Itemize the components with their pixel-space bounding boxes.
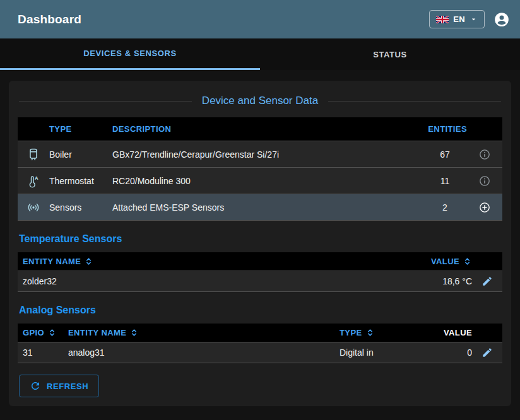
thermostat-icon: A	[18, 174, 49, 188]
language-selector[interactable]: EN	[429, 10, 485, 28]
tab-devices-sensors[interactable]: DEVICES & SENSORS	[0, 38, 260, 70]
boiler-icon	[18, 148, 49, 161]
col-analog-value: VALUE	[422, 328, 472, 337]
dashboard-card: Device and Sensor Data TYPE DESCRIPTION …	[9, 81, 511, 406]
info-icon[interactable]	[477, 147, 492, 162]
sort-icon	[47, 328, 57, 337]
device-description: Attached EMS-ESP Sensors	[112, 202, 423, 213]
add-circle-icon[interactable]	[477, 200, 492, 215]
device-description: GBx72/Trendline/Cerapur/Greenstar Si/27i	[112, 149, 423, 160]
edit-icon[interactable]	[480, 274, 494, 288]
device-type: Boiler	[49, 149, 112, 160]
divider	[328, 101, 501, 102]
refresh-icon	[30, 380, 41, 392]
info-icon[interactable]	[477, 173, 492, 189]
col-gpio[interactable]: GPIO	[18, 328, 68, 337]
temperature-sensors-table: ENTITY NAME VALUE zolder32 18,6 °C	[18, 252, 502, 292]
col-description: DESCRIPTION	[112, 124, 423, 134]
divider	[19, 101, 192, 102]
svg-text:A: A	[35, 175, 38, 180]
card-title-row: Device and Sensor Data	[19, 95, 501, 107]
device-entities-count: 2	[423, 202, 467, 213]
device-description: RC20/Moduline 300	[112, 176, 423, 186]
chevron-down-icon	[470, 15, 478, 23]
analog-sensors-heading: Analog Sensors	[19, 305, 501, 316]
sensor-gpio: 31	[18, 347, 68, 358]
analog-table-header: GPIO ENTITY NAME TYPE	[18, 324, 502, 342]
sensor-type: Digital in	[340, 347, 422, 358]
col-entity-name[interactable]: ENTITY NAME	[68, 328, 340, 337]
sensors-icon	[18, 201, 49, 214]
sensor-entity-name: zolder32	[18, 276, 403, 286]
device-row-thermostat[interactable]: A Thermostat RC20/Moduline 300 11	[18, 168, 502, 194]
sensor-value: 0	[422, 347, 472, 358]
col-entity-name[interactable]: ENTITY NAME	[18, 257, 403, 266]
col-value[interactable]: VALUE	[403, 257, 472, 266]
device-type: Sensors	[49, 202, 112, 213]
tab-bar: DEVICES & SENSORS STATUS	[0, 38, 520, 70]
temperature-sensors-heading: Temperature Sensors	[19, 233, 501, 245]
temperature-table-header: ENTITY NAME VALUE	[18, 252, 502, 271]
device-row-sensors[interactable]: Sensors Attached EMS-ESP Sensors 2	[18, 194, 502, 221]
page-title: Dashboard	[18, 13, 81, 26]
sort-icon	[463, 257, 472, 266]
edit-icon[interactable]	[480, 346, 494, 359]
analog-sensor-row: 31 analog31 Digital in 0	[18, 342, 502, 363]
device-row-boiler[interactable]: Boiler GBx72/Trendline/Cerapur/Greenstar…	[18, 141, 502, 168]
language-label: EN	[453, 15, 465, 24]
device-table: TYPE DESCRIPTION ENTITIES Boiler GBx72/T…	[18, 117, 502, 221]
col-type: TYPE	[49, 124, 112, 134]
analog-sensors-table: GPIO ENTITY NAME TYPE	[18, 324, 502, 363]
card-title: Device and Sensor Data	[202, 95, 318, 107]
sort-icon	[129, 328, 139, 337]
device-entities-count: 67	[423, 149, 467, 160]
col-analog-type[interactable]: TYPE	[340, 328, 422, 337]
tab-status[interactable]: STATUS	[260, 38, 520, 70]
temperature-sensor-row: zolder32 18,6 °C	[18, 271, 502, 292]
sensor-value: 18,6 °C	[403, 276, 472, 286]
uk-flag-icon	[436, 16, 449, 23]
refresh-button[interactable]: REFRESH	[19, 375, 99, 397]
sort-icon	[365, 328, 375, 337]
app-header: Dashboard EN	[0, 0, 520, 38]
sort-icon	[84, 257, 93, 266]
device-entities-count: 11	[423, 176, 467, 186]
device-type: Thermostat	[49, 176, 112, 186]
device-table-header: TYPE DESCRIPTION ENTITIES	[18, 117, 502, 141]
col-entities: ENTITIES	[423, 124, 467, 134]
account-icon[interactable]	[493, 11, 510, 28]
sensor-entity-name: analog31	[68, 347, 340, 358]
